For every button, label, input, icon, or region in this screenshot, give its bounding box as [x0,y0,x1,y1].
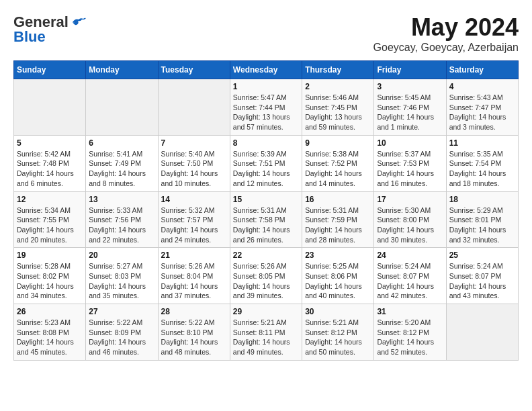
calendar-cell: 23Sunrise: 5:25 AM Sunset: 8:06 PM Dayli… [302,248,374,304]
calendar-cell [158,79,230,136]
calendar-cell [86,79,158,136]
calendar-table: Sunday Monday Tuesday Wednesday Thursday… [13,60,519,361]
calendar-cell: 6Sunrise: 5:41 AM Sunset: 7:49 PM Daylig… [86,135,158,191]
day-info: Sunrise: 5:31 AM Sunset: 7:58 PM Dayligh… [233,205,299,245]
calendar-cell: 24Sunrise: 5:24 AM Sunset: 8:07 PM Dayli… [374,248,446,304]
day-info: Sunrise: 5:22 AM Sunset: 8:10 PM Dayligh… [161,318,227,357]
day-info: Sunrise: 5:47 AM Sunset: 7:44 PM Dayligh… [233,93,299,132]
day-number: 16 [305,195,371,204]
day-info: Sunrise: 5:38 AM Sunset: 7:52 PM Dayligh… [305,149,371,189]
calendar-cell: 8Sunrise: 5:39 AM Sunset: 7:51 PM Daylig… [230,135,302,191]
calendar-cell: 15Sunrise: 5:31 AM Sunset: 7:58 PM Dayli… [230,191,302,248]
calendar-cell: 30Sunrise: 5:21 AM Sunset: 8:12 PM Dayli… [302,304,374,361]
logo: General Blue [13,13,86,46]
calendar-week-row: 26Sunrise: 5:23 AM Sunset: 8:08 PM Dayli… [14,304,519,361]
day-number: 23 [305,250,371,260]
day-number: 31 [377,307,443,316]
calendar-cell: 20Sunrise: 5:27 AM Sunset: 8:03 PM Dayli… [86,248,158,304]
day-number: 10 [377,138,443,148]
day-number: 21 [161,250,227,260]
col-wednesday: Wednesday [230,61,302,79]
day-info: Sunrise: 5:40 AM Sunset: 7:50 PM Dayligh… [161,149,227,189]
title-section: May 2024 Goeycay, Goeycay, Azerbaijan [373,13,519,54]
day-info: Sunrise: 5:39 AM Sunset: 7:51 PM Dayligh… [233,149,299,189]
calendar-week-row: 19Sunrise: 5:28 AM Sunset: 8:02 PM Dayli… [14,248,519,304]
calendar-cell: 21Sunrise: 5:26 AM Sunset: 8:04 PM Dayli… [158,248,230,304]
day-info: Sunrise: 5:34 AM Sunset: 7:55 PM Dayligh… [17,205,83,245]
day-number: 19 [17,250,83,260]
col-monday: Monday [86,61,158,79]
day-number: 25 [449,250,515,260]
day-number: 24 [377,250,443,260]
day-number: 5 [17,138,83,148]
calendar-cell: 3Sunrise: 5:45 AM Sunset: 7:46 PM Daylig… [374,79,446,136]
calendar-week-row: 5Sunrise: 5:42 AM Sunset: 7:48 PM Daylig… [14,135,519,191]
day-info: Sunrise: 5:35 AM Sunset: 7:54 PM Dayligh… [449,149,515,189]
day-number: 20 [89,250,154,260]
day-number: 29 [233,307,299,316]
col-tuesday: Tuesday [158,61,230,79]
day-number: 26 [17,307,83,316]
col-thursday: Thursday [302,61,374,79]
calendar-cell: 14Sunrise: 5:32 AM Sunset: 7:57 PM Dayli… [158,191,230,248]
calendar-week-row: 1Sunrise: 5:47 AM Sunset: 7:44 PM Daylig… [14,79,519,136]
calendar-cell: 18Sunrise: 5:29 AM Sunset: 8:01 PM Dayli… [446,191,518,248]
calendar-cell [14,79,86,136]
calendar-cell: 12Sunrise: 5:34 AM Sunset: 7:55 PM Dayli… [14,191,86,248]
day-number: 4 [449,82,515,91]
day-info: Sunrise: 5:31 AM Sunset: 7:59 PM Dayligh… [305,205,371,245]
calendar-cell: 5Sunrise: 5:42 AM Sunset: 7:48 PM Daylig… [14,135,86,191]
day-info: Sunrise: 5:32 AM Sunset: 7:57 PM Dayligh… [161,205,227,245]
calendar-week-row: 12Sunrise: 5:34 AM Sunset: 7:55 PM Dayli… [14,191,519,248]
calendar-cell: 31Sunrise: 5:20 AM Sunset: 8:12 PM Dayli… [374,304,446,361]
day-number: 6 [89,138,154,148]
day-number: 22 [233,250,299,260]
day-info: Sunrise: 5:33 AM Sunset: 7:56 PM Dayligh… [89,205,154,245]
day-number: 15 [233,195,299,204]
day-info: Sunrise: 5:24 AM Sunset: 8:07 PM Dayligh… [377,261,443,301]
day-info: Sunrise: 5:29 AM Sunset: 8:01 PM Dayligh… [449,205,515,245]
day-info: Sunrise: 5:26 AM Sunset: 8:04 PM Dayligh… [161,261,227,301]
calendar-cell: 13Sunrise: 5:33 AM Sunset: 7:56 PM Dayli… [86,191,158,248]
day-info: Sunrise: 5:46 AM Sunset: 7:45 PM Dayligh… [305,93,371,132]
col-sunday: Sunday [14,61,86,79]
location-subtitle: Goeycay, Goeycay, Azerbaijan [373,42,519,54]
day-number: 30 [305,307,371,316]
calendar-cell: 17Sunrise: 5:30 AM Sunset: 8:00 PM Dayli… [374,191,446,248]
day-number: 2 [305,82,371,91]
day-info: Sunrise: 5:20 AM Sunset: 8:12 PM Dayligh… [377,318,443,357]
calendar-cell: 29Sunrise: 5:21 AM Sunset: 8:11 PM Dayli… [230,304,302,361]
col-saturday: Saturday [446,61,518,79]
day-number: 8 [233,138,299,148]
day-info: Sunrise: 5:41 AM Sunset: 7:49 PM Dayligh… [89,149,154,189]
day-info: Sunrise: 5:23 AM Sunset: 8:08 PM Dayligh… [17,318,83,357]
calendar-cell: 22Sunrise: 5:26 AM Sunset: 8:05 PM Dayli… [230,248,302,304]
calendar-cell: 19Sunrise: 5:28 AM Sunset: 8:02 PM Dayli… [14,248,86,304]
day-number: 1 [233,82,299,91]
calendar-cell: 10Sunrise: 5:37 AM Sunset: 7:53 PM Dayli… [374,135,446,191]
calendar-cell: 9Sunrise: 5:38 AM Sunset: 7:52 PM Daylig… [302,135,374,191]
calendar-cell: 28Sunrise: 5:22 AM Sunset: 8:10 PM Dayli… [158,304,230,361]
day-info: Sunrise: 5:43 AM Sunset: 7:47 PM Dayligh… [449,93,515,132]
day-info: Sunrise: 5:24 AM Sunset: 8:07 PM Dayligh… [449,261,515,301]
day-info: Sunrise: 5:30 AM Sunset: 8:00 PM Dayligh… [377,205,443,245]
page-header: General Blue May 2024 Goeycay, Goeycay, … [13,13,519,54]
day-number: 27 [89,307,154,316]
calendar-cell: 27Sunrise: 5:22 AM Sunset: 8:09 PM Dayli… [86,304,158,361]
calendar-cell: 26Sunrise: 5:23 AM Sunset: 8:08 PM Dayli… [14,304,86,361]
calendar-cell: 7Sunrise: 5:40 AM Sunset: 7:50 PM Daylig… [158,135,230,191]
day-info: Sunrise: 5:37 AM Sunset: 7:53 PM Dayligh… [377,149,443,189]
col-friday: Friday [374,61,446,79]
day-info: Sunrise: 5:27 AM Sunset: 8:03 PM Dayligh… [89,261,154,301]
day-info: Sunrise: 5:45 AM Sunset: 7:46 PM Dayligh… [377,93,443,132]
day-info: Sunrise: 5:26 AM Sunset: 8:05 PM Dayligh… [233,261,299,301]
day-number: 9 [305,138,371,148]
day-number: 28 [161,307,227,316]
day-number: 11 [449,138,515,148]
day-number: 14 [161,195,227,204]
calendar-cell [446,304,518,361]
calendar-header-row: Sunday Monday Tuesday Wednesday Thursday… [14,61,519,79]
calendar-cell: 4Sunrise: 5:43 AM Sunset: 7:47 PM Daylig… [446,79,518,136]
day-info: Sunrise: 5:42 AM Sunset: 7:48 PM Dayligh… [17,149,83,189]
logo-bird-icon [71,17,86,28]
